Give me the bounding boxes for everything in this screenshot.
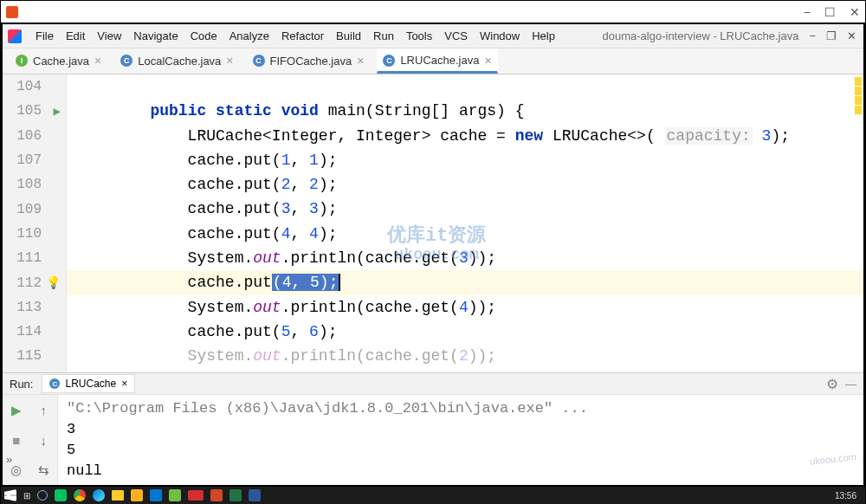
- start-button-icon[interactable]: [4, 489, 16, 501]
- code-line[interactable]: System.out.println(cache.get(4));: [67, 295, 863, 320]
- code-line[interactable]: cache.put(4, 5);: [67, 270, 863, 294]
- cortana-icon[interactable]: [37, 490, 48, 501]
- ide-close-button[interactable]: ✕: [847, 29, 856, 42]
- wechat-icon[interactable]: [55, 489, 67, 501]
- potplayer-icon[interactable]: [131, 489, 143, 501]
- menu-navigate[interactable]: Navigate: [128, 28, 183, 44]
- menubar: File Edit View Navigate Code Analyze Ref…: [3, 24, 863, 48]
- os-max-button[interactable]: ☐: [824, 5, 836, 19]
- line-number[interactable]: 113: [3, 295, 66, 320]
- menu-tools[interactable]: Tools: [401, 28, 437, 44]
- chrome-icon[interactable]: [74, 489, 86, 501]
- os-titlebar: − ☐ ✕: [1, 1, 865, 23]
- output-line: null: [67, 461, 855, 481]
- menu-build[interactable]: Build: [331, 28, 366, 44]
- tab-lrucache[interactable]: CLRUCache.java×: [377, 48, 497, 74]
- line-number[interactable]: 111: [3, 246, 66, 270]
- tab-localcache[interactable]: CLocalCache.java×: [114, 48, 239, 74]
- menu-help[interactable]: Help: [527, 28, 560, 44]
- code-area[interactable]: 优库it资源 ukoou.com public static void main…: [67, 74, 863, 372]
- powerpoint-icon[interactable]: [210, 489, 223, 501]
- folder-icon[interactable]: [112, 490, 124, 501]
- menu-edit[interactable]: Edit: [61, 28, 90, 44]
- rec-icon[interactable]: [188, 490, 204, 501]
- run-header: Run: C LRUCache × ⚙ —: [3, 373, 863, 395]
- soft-wrap-icon[interactable]: ⇆: [30, 455, 58, 485]
- excel-icon[interactable]: [229, 489, 242, 501]
- stop-button[interactable]: ■: [3, 425, 30, 455]
- tab-fifocache[interactable]: CFIFOCache.java×: [247, 48, 371, 74]
- edge-icon[interactable]: [93, 489, 105, 501]
- menu-refactor[interactable]: Refactor: [276, 28, 329, 44]
- file-type-icon: C: [383, 55, 395, 67]
- line-number[interactable]: 114: [3, 320, 66, 344]
- code-line[interactable]: cache.put(2, 2);: [67, 172, 863, 197]
- run-label: Run:: [10, 378, 33, 391]
- code-line[interactable]: System.out.println(cache.get(3));: [67, 246, 863, 270]
- line-number[interactable]: 112💡: [3, 270, 66, 294]
- close-icon[interactable]: ×: [484, 54, 491, 68]
- intention-bulb-icon[interactable]: 💡: [46, 275, 61, 290]
- run-output[interactable]: "C:\Program Files (x86)\Java\jdk1.8.0_20…: [58, 395, 863, 485]
- code-line[interactable]: cache.put(4, 4);: [67, 222, 863, 246]
- menu-code[interactable]: Code: [185, 28, 223, 44]
- editor-tabs: ICache.java×CLocalCache.java×CFIFOCache.…: [3, 48, 863, 74]
- code-line[interactable]: cache.put(1, 1);: [67, 148, 863, 172]
- gear-icon[interactable]: ⚙: [826, 376, 838, 392]
- run-config-tab[interactable]: C LRUCache ×: [42, 374, 135, 393]
- line-number[interactable]: 104: [3, 74, 66, 99]
- close-icon[interactable]: ×: [357, 54, 364, 68]
- output-line: 3: [67, 419, 855, 440]
- code-line[interactable]: public static void main(String[] args) {: [67, 99, 863, 123]
- os-min-button[interactable]: −: [804, 5, 811, 19]
- menu-view[interactable]: View: [92, 28, 126, 44]
- close-icon[interactable]: ×: [226, 54, 233, 68]
- output-line: 5: [67, 440, 855, 461]
- line-gutter: 104105▶106107108109110111112💡113114115: [3, 74, 67, 372]
- line-number[interactable]: 108: [3, 172, 66, 197]
- tab-cache[interactable]: ICache.java×: [10, 48, 107, 74]
- hide-button[interactable]: —: [845, 378, 856, 391]
- code-line[interactable]: System.out.println(cache.get(2));: [67, 344, 863, 368]
- menu-analyze[interactable]: Analyze: [224, 28, 275, 44]
- clock[interactable]: 13:56: [835, 491, 862, 501]
- ide-restore-button[interactable]: ❐: [826, 29, 837, 42]
- line-number[interactable]: 106: [3, 124, 66, 148]
- line-number[interactable]: 107: [3, 148, 66, 172]
- code-line[interactable]: cache.put(5, 6);: [67, 320, 863, 344]
- tab-label: FIFOCache.java: [270, 55, 352, 68]
- run-command: "C:\Program Files (x86)\Java\jdk1.8.0_20…: [67, 398, 855, 419]
- menu-window[interactable]: Window: [475, 28, 525, 44]
- code-line[interactable]: [67, 74, 863, 99]
- camtasia-icon[interactable]: [169, 489, 181, 501]
- os-close-button[interactable]: ✕: [850, 5, 860, 19]
- line-number[interactable]: 115: [3, 344, 66, 368]
- run-tool-window: Run: C LRUCache × ⚙ — ▶ ↑ ■ ↓ ◎ ⇆: [3, 372, 863, 485]
- tab-label: LocalCache.java: [138, 55, 221, 68]
- expand-icon[interactable]: »: [6, 453, 12, 466]
- ide-min-button[interactable]: −: [809, 29, 816, 42]
- code-editor[interactable]: 104105▶106107108109110111112💡113114115 优…: [3, 74, 863, 372]
- windows-taskbar: ⊞ 13:56: [1, 487, 865, 504]
- word-icon[interactable]: [249, 489, 261, 501]
- line-number[interactable]: 109: [3, 197, 66, 221]
- menu-vcs[interactable]: VCS: [439, 28, 473, 44]
- line-number[interactable]: 110: [3, 222, 66, 246]
- close-icon[interactable]: ×: [94, 54, 101, 68]
- up-button[interactable]: ↑: [30, 395, 58, 425]
- mail-icon[interactable]: [150, 489, 162, 501]
- tab-label: Cache.java: [33, 55, 89, 68]
- error-stripe[interactable]: [855, 76, 862, 115]
- line-number[interactable]: 105▶: [3, 99, 66, 123]
- rerun-button[interactable]: ▶: [3, 395, 30, 425]
- down-button[interactable]: ↓: [30, 425, 58, 455]
- task-view-icon[interactable]: ⊞: [23, 491, 30, 501]
- ide-window: File Edit View Navigate Code Analyze Ref…: [1, 23, 865, 487]
- code-line[interactable]: cache.put(3, 3);: [67, 197, 863, 221]
- run-tab-close-icon[interactable]: ×: [121, 378, 127, 390]
- run-gutter-icon[interactable]: ▶: [54, 104, 61, 119]
- menu-run[interactable]: Run: [368, 28, 399, 44]
- menu-file[interactable]: File: [30, 28, 59, 44]
- code-line[interactable]: LRUCache<Integer, Integer> cache = new L…: [67, 124, 863, 148]
- file-type-icon: C: [120, 55, 132, 67]
